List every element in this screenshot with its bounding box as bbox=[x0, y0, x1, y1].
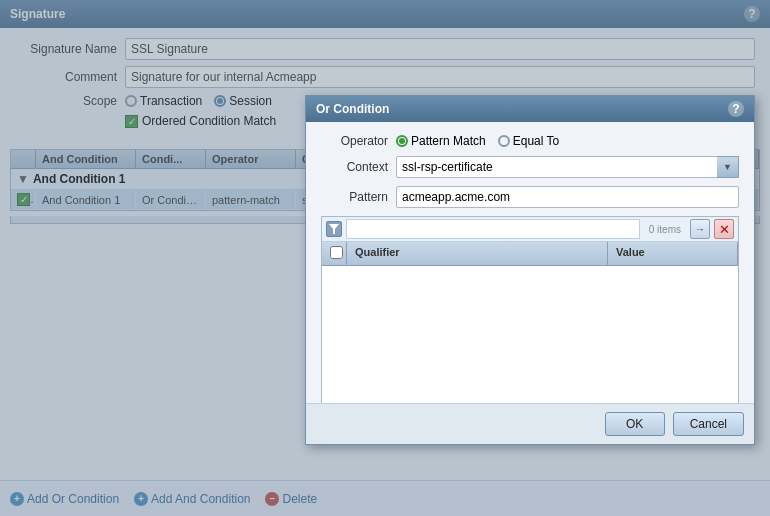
list-th-qualifier: Qualifier bbox=[347, 242, 608, 265]
context-label: Context bbox=[321, 160, 396, 174]
list-search-input[interactable] bbox=[346, 219, 640, 239]
context-dropdown-arrow[interactable]: ▼ bbox=[717, 156, 739, 178]
list-area: 0 items → ✕ Qualifier Value bbox=[321, 216, 739, 407]
pattern-label: Pattern bbox=[321, 190, 396, 204]
list-delete-btn[interactable]: ✕ bbox=[714, 219, 734, 239]
svg-marker-0 bbox=[329, 224, 339, 234]
nav-next-btn[interactable]: → bbox=[690, 219, 710, 239]
operator-radio-group: Pattern Match Equal To bbox=[396, 134, 559, 148]
dialog-body: Operator Pattern Match Equal To Context bbox=[306, 122, 754, 444]
context-input[interactable] bbox=[396, 156, 739, 178]
pattern-match-item: Pattern Match bbox=[396, 134, 486, 148]
list-all-checkbox[interactable] bbox=[330, 246, 343, 259]
pattern-match-radio-inner bbox=[399, 138, 405, 144]
equal-to-item: Equal To bbox=[498, 134, 559, 148]
pattern-input[interactable] bbox=[396, 186, 739, 208]
context-select-wrapper: ▼ bbox=[396, 156, 739, 178]
dialog-footer: OK Cancel bbox=[306, 403, 754, 444]
or-condition-dialog: Or Condition ? Operator Pattern Match Eq… bbox=[305, 95, 755, 445]
dialog-help-icon[interactable]: ? bbox=[728, 101, 744, 117]
equal-to-label: Equal To bbox=[513, 134, 559, 148]
dialog-title: Or Condition bbox=[316, 102, 389, 116]
list-th-value: Value bbox=[608, 242, 738, 265]
equal-to-radio[interactable] bbox=[498, 135, 510, 147]
cancel-button[interactable]: Cancel bbox=[673, 412, 744, 436]
operator-label: Operator bbox=[321, 134, 396, 148]
operator-row: Operator Pattern Match Equal To bbox=[321, 134, 739, 148]
list-body bbox=[322, 266, 738, 406]
dialog-header: Or Condition ? bbox=[306, 96, 754, 122]
pattern-row: Pattern bbox=[321, 186, 739, 208]
list-th-check bbox=[322, 242, 347, 265]
ok-button[interactable]: OK bbox=[605, 412, 665, 436]
list-toolbar: 0 items → ✕ bbox=[322, 217, 738, 242]
items-count: 0 items bbox=[644, 224, 686, 235]
list-filter-icon[interactable] bbox=[326, 221, 342, 237]
list-table-header: Qualifier Value bbox=[322, 242, 738, 266]
context-row: Context ▼ bbox=[321, 156, 739, 178]
pattern-match-label: Pattern Match bbox=[411, 134, 486, 148]
pattern-match-radio[interactable] bbox=[396, 135, 408, 147]
